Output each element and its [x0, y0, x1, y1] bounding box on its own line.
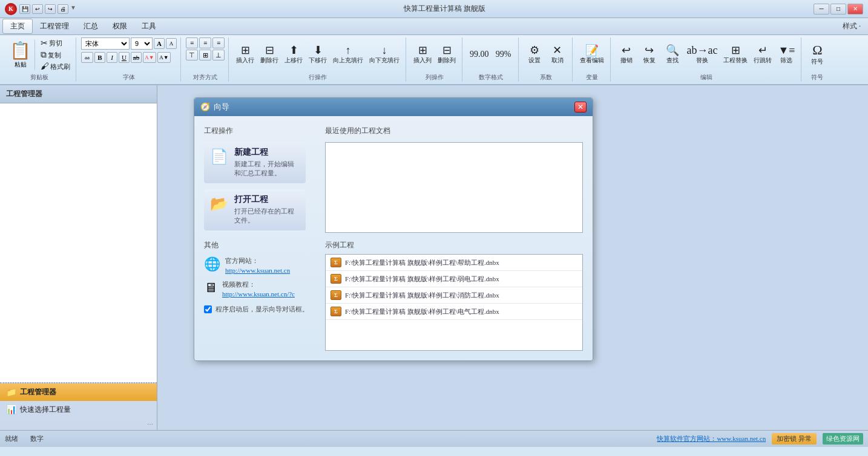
- undo-btn[interactable]: ↩ 撤销: [616, 44, 637, 66]
- align-group-label: 对齐方式: [186, 72, 225, 82]
- font-size-select[interactable]: 9: [131, 37, 153, 50]
- app-logo: K: [5, 3, 17, 15]
- underline-button[interactable]: U: [119, 52, 130, 63]
- undo-icon[interactable]: ↩: [32, 4, 43, 14]
- format-painter-button[interactable]: 🖌 格式刷: [39, 61, 72, 72]
- status-lock-badge[interactable]: 加密锁 异常: [772, 433, 817, 445]
- font-color-button[interactable]: A▼: [143, 52, 156, 63]
- variable-items: 📝 查看编辑: [577, 37, 607, 72]
- maximize-button[interactable]: □: [830, 4, 846, 15]
- menu-right-style[interactable]: 样式 ·: [843, 21, 866, 31]
- align-top-button[interactable]: ⊤: [186, 50, 198, 60]
- example-item-2[interactable]: Σ F:\快算工程量计算稿 旗舰版\样例工程\消防工程.dnbx: [326, 287, 582, 304]
- video-link[interactable]: http://www.ksuan.net.cn/?c: [222, 290, 295, 298]
- dialog-close-button[interactable]: ✕: [574, 102, 587, 112]
- font-increase-button[interactable]: A: [154, 38, 165, 49]
- sidebar-tab-project-manager[interactable]: 📁 工程管理器: [0, 383, 157, 401]
- cancel-coeff-button[interactable]: ✕ 取消: [547, 44, 568, 66]
- font-name-select[interactable]: 宋体: [81, 37, 130, 50]
- expand-button[interactable]: ⋯: [145, 420, 156, 429]
- delete-row-button[interactable]: ⊟ 删除行: [258, 44, 281, 66]
- align-left-button[interactable]: ≡: [186, 37, 198, 48]
- other-section-title: 其他: [204, 240, 315, 250]
- strikethrough-button[interactable]: ab: [131, 52, 142, 63]
- print-icon[interactable]: 🖨: [58, 4, 68, 14]
- startup-checkbox[interactable]: [204, 305, 212, 313]
- website-text: 官方网站： http://www.ksuan.net.cn: [225, 256, 290, 274]
- font-preview-button[interactable]: aa: [81, 52, 93, 63]
- project-ops-section-title: 工程操作: [204, 126, 315, 136]
- cut-button[interactable]: ✂ 剪切: [39, 37, 72, 49]
- view-edit-button[interactable]: 📝 查看编辑: [577, 44, 607, 66]
- delete-col-icon: ⊟: [442, 45, 452, 56]
- open-project-text: 打开工程 打开已经存在的工程文件。: [234, 194, 300, 226]
- example-item-label-1: F:\快算工程量计算稿 旗舰版\样例工程\弱电工程.dnbx: [345, 275, 499, 284]
- main-area: 工程管理器 📁 工程管理器 📊 快速选择工程量 ⋯ 🧭: [0, 85, 868, 430]
- ribbon-group-symbol: Ω 符号 符号: [803, 37, 832, 82]
- align-row-1: ≡ ≡ ≡: [186, 37, 225, 48]
- dialog-title-bar: 🧭 向导 ✕: [194, 98, 593, 116]
- video-text: 视频教程： http://www.ksuan.net.cn/?c: [222, 280, 295, 298]
- move-down-button[interactable]: ⬇ 下移行: [306, 44, 329, 66]
- align-items: ≡ ≡ ≡ ⊤ ⊞ ⊥: [186, 37, 225, 72]
- symbol-button[interactable]: Ω 符号: [806, 42, 828, 67]
- delete-col-button[interactable]: ⊟ 删除列: [435, 44, 458, 66]
- menu-item-tools[interactable]: 工具: [134, 19, 163, 33]
- filter-btn[interactable]: ▼≡ 筛选: [775, 44, 797, 66]
- close-button[interactable]: ✕: [847, 4, 863, 15]
- example-item-0[interactable]: Σ F:\快算工程量计算稿 旗舰版\样例工程\帮助工程.dnbx: [326, 255, 582, 271]
- open-project-button[interactable]: 📂 打开工程 打开已经存在的工程文件。: [204, 189, 306, 230]
- align-center-button[interactable]: ≡: [199, 37, 211, 48]
- proj-replace-btn[interactable]: ⊞ 工程替换: [721, 44, 750, 66]
- replace-btn[interactable]: ab→ac 替换: [685, 44, 720, 66]
- edit-group-label: 编辑: [616, 72, 798, 82]
- insert-row-button[interactable]: ⊞ 插入行: [234, 44, 257, 66]
- align-middle-button[interactable]: ⊞: [199, 50, 211, 60]
- row-jump-btn[interactable]: ↵ 行跳转: [751, 44, 774, 66]
- bold-button[interactable]: B: [94, 52, 105, 63]
- example-item-3[interactable]: Σ F:\快算工程量计算稿 旗舰版\样例工程\电气工程.dnbx: [326, 304, 582, 320]
- paste-button[interactable]: 📋 粘贴: [6, 39, 35, 70]
- settings-button[interactable]: ⚙ 设置: [524, 44, 545, 66]
- dialog-body: 工程操作 📄 新建工程 新建工程，开始编辑和汇总工程量。 📂: [194, 116, 593, 360]
- insert-col-button[interactable]: ⊞ 插入列: [411, 44, 434, 66]
- menu-item-project-mgmt[interactable]: 工程管理: [33, 19, 76, 33]
- status-website-link[interactable]: 快算软件官方网站：www.ksuan.net.cn: [657, 434, 766, 443]
- replace-icon: ab→ac: [687, 45, 718, 56]
- italic-button[interactable]: I: [107, 52, 117, 63]
- dropdown-arrow[interactable]: ▼: [70, 4, 76, 14]
- fill-down-button[interactable]: ↓ 向下充填行: [367, 44, 402, 66]
- save-icon[interactable]: 💾: [19, 4, 30, 14]
- bg-color-button[interactable]: A▼: [157, 52, 171, 63]
- fill-down-icon: ↓: [382, 45, 387, 56]
- example-item-1[interactable]: Σ F:\快算工程量计算稿 旗舰版\样例工程\弱电工程.dnbx: [326, 271, 582, 287]
- title-bar: K 💾 ↩ ↪ 🖨 ▼ 快算工程量计算稿 旗舰版 ─ □ ✕: [0, 0, 868, 18]
- open-project-title: 打开工程: [234, 194, 300, 205]
- redo-icon[interactable]: ↪: [45, 4, 56, 14]
- num-format-btn2[interactable]: 99%: [493, 49, 515, 60]
- ribbon: 📋 粘贴 ✂ 剪切 ⧉ 复制 🖌 格式刷: [0, 35, 868, 85]
- example-item-label-3: F:\快算工程量计算稿 旗舰版\样例工程\电气工程.dnbx: [345, 307, 499, 316]
- new-project-button[interactable]: 📄 新建工程 新建工程，开始编辑和汇总工程量。: [204, 142, 306, 183]
- move-up-button[interactable]: ⬆ 上移行: [282, 44, 305, 66]
- copy-button[interactable]: ⧉ 复制: [39, 50, 72, 60]
- view-edit-icon: 📝: [585, 45, 599, 56]
- clipboard-items: 📋 粘贴 ✂ 剪切 ⧉ 复制 🖌 格式刷: [6, 37, 72, 72]
- minimize-button[interactable]: ─: [814, 4, 829, 15]
- font-decrease-button[interactable]: A: [166, 38, 177, 49]
- menu-bar: 主页 工程管理 汇总 权限 工具 样式 ·: [0, 18, 868, 35]
- website-link[interactable]: http://www.ksuan.net.cn: [225, 267, 290, 274]
- fill-up-button[interactable]: ↑ 向上充填行: [330, 44, 366, 66]
- menu-item-permissions[interactable]: 权限: [105, 19, 134, 33]
- menu-item-summary[interactable]: 汇总: [76, 19, 105, 33]
- menu-item-home[interactable]: 主页: [2, 19, 33, 34]
- align-right-button[interactable]: ≡: [212, 37, 225, 48]
- website-label: 官方网站：: [225, 256, 290, 265]
- sidebar-tab-quick-select[interactable]: 📊 快速选择工程量: [0, 401, 157, 419]
- find-btn[interactable]: 🔍 查找: [662, 44, 683, 66]
- delete-row-icon: ⊟: [265, 45, 274, 56]
- num-format-btn1[interactable]: 99.00: [467, 49, 492, 60]
- sidebar-bottom: 📁 工程管理器 📊 快速选择工程量 ⋯: [0, 382, 157, 430]
- align-bottom-button[interactable]: ⊥: [212, 50, 225, 60]
- redo-btn[interactable]: ↪ 恢复: [639, 44, 660, 66]
